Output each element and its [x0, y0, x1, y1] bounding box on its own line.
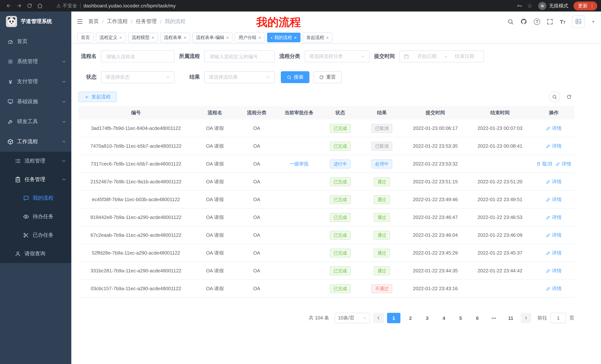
owner-process-input[interactable]: [209, 53, 270, 59]
close-icon[interactable]: ×: [151, 35, 154, 40]
tab-process-model[interactable]: 流程模型×: [128, 33, 158, 42]
avatar-caret-icon[interactable]: ▾: [592, 19, 594, 24]
result-select[interactable]: 请选择流结果: [204, 71, 275, 83]
date-range-picker[interactable]: 开始日期 - 结束日期: [399, 50, 484, 62]
status-label: 状态: [76, 74, 97, 80]
back-button[interactable]: [4, 1, 13, 10]
tab-process-form-edit[interactable]: 流程表单-编辑×: [192, 33, 233, 42]
goto-label: 前往: [538, 315, 547, 321]
next-page-button[interactable]: [521, 313, 531, 323]
user-avatar[interactable]: [572, 15, 585, 28]
page-button[interactable]: 6: [471, 313, 484, 323]
security-label[interactable]: 不安全: [63, 2, 77, 9]
prev-page-button[interactable]: [373, 313, 384, 323]
address-bar[interactable]: ⚠ 不安全 dashboard.yudao.iocoder.cn/bpm/tas…: [56, 2, 176, 9]
edit-icon: [546, 144, 551, 148]
more-pages-icon[interactable]: •••: [487, 313, 501, 323]
page-button[interactable]: 11: [504, 313, 517, 323]
page-button[interactable]: 5: [454, 313, 467, 323]
github-icon[interactable]: [521, 18, 527, 25]
sidebar-item-home[interactable]: 首页: [0, 31, 71, 52]
search-button[interactable]: 搜索: [281, 71, 310, 83]
close-icon[interactable]: ×: [326, 35, 329, 40]
home-button[interactable]: [35, 1, 45, 10]
browser-menu-icon[interactable]: ⋮: [590, 3, 595, 8]
sidebar-item-todo-tasks[interactable]: 待办任务: [0, 207, 71, 226]
gauge-icon: [7, 38, 13, 45]
sidebar-item-my-process[interactable]: 我的流程: [0, 189, 71, 207]
detail-link[interactable]: 详情: [546, 285, 562, 292]
reload-button[interactable]: [25, 1, 34, 10]
tab-home[interactable]: 首页: [77, 33, 94, 42]
sidebar-item-done-tasks[interactable]: 已办任务: [0, 226, 71, 245]
breadcrumb-task-mgmt[interactable]: 任务管理: [136, 18, 157, 25]
detail-link[interactable]: 详情: [546, 214, 562, 220]
close-icon[interactable]: ×: [183, 35, 186, 40]
page-button[interactable]: 3: [421, 313, 434, 323]
page-button[interactable]: 2: [404, 313, 417, 323]
table-row: 3ad174fb-7b9d-11ec-8404-acde48001122OA 请…: [78, 119, 574, 137]
status-badge: 已完成: [330, 195, 351, 204]
password-key-icon[interactable]: [514, 1, 524, 10]
sidebar-item-workflow[interactable]: 工作流程: [0, 132, 71, 152]
help-icon[interactable]: ?: [534, 18, 540, 25]
sidebar-item-task-mgmt[interactable]: 任务管理: [0, 170, 71, 189]
fullscreen-icon[interactable]: [547, 18, 553, 25]
status-select[interactable]: 请选择状态: [101, 71, 175, 83]
detail-link[interactable]: 详情: [546, 196, 562, 203]
result-badge: 通过: [374, 266, 390, 275]
sidebar-item-devtools[interactable]: 研发工具: [0, 112, 71, 132]
tab-process-form[interactable]: 流程表单×: [160, 33, 190, 42]
tab-start-process[interactable]: 发起流程×: [303, 33, 333, 42]
forward-button[interactable]: [14, 1, 24, 10]
tab-my-process[interactable]: ●我的流程×: [267, 33, 300, 42]
process-name-input[interactable]: [105, 53, 170, 59]
start-process-button[interactable]: 发起流程: [78, 92, 117, 102]
close-icon[interactable]: ×: [258, 35, 261, 40]
tab-user-group[interactable]: 用户分组×: [235, 33, 265, 42]
detail-link[interactable]: 详情: [556, 161, 571, 167]
goto-page-input[interactable]: [551, 313, 566, 323]
workflow-submenu: 流程管理 任务管理 我的流程 待办任务 已办任务 请假: [0, 152, 71, 263]
search-icon[interactable]: [507, 18, 514, 25]
url-text[interactable]: dashboard.yudao.iocoder.cn/bpm/task/my: [83, 3, 176, 9]
refresh-table-button[interactable]: [564, 92, 574, 102]
process-name-label: 流程名: [76, 53, 97, 60]
sidebar-item-payment[interactable]: ¥ 支付管理: [0, 72, 71, 92]
sidebar-item-system[interactable]: 系统管理: [0, 52, 71, 72]
detail-link[interactable]: 详情: [546, 178, 562, 185]
sidebar-item-leave-query[interactable]: 请假查询: [0, 245, 71, 263]
detail-link[interactable]: 详情: [546, 249, 562, 256]
sidebar-item-infra[interactable]: 基础设施: [0, 92, 71, 112]
cancel-link[interactable]: 取消: [536, 161, 552, 167]
category-select[interactable]: 请选择流程分类: [305, 50, 370, 62]
page-size-select[interactable]: 10条/页: [335, 313, 370, 323]
update-button[interactable]: 更新 ⋮: [573, 1, 597, 10]
yen-icon: ¥: [7, 79, 13, 84]
breadcrumb-home[interactable]: 首页: [88, 18, 99, 25]
detail-link[interactable]: 详情: [546, 143, 562, 149]
trash-icon: [536, 162, 541, 166]
detail-link[interactable]: 详情: [546, 267, 562, 274]
bookmark-star-icon[interactable]: ☆: [525, 1, 534, 10]
tab-process-definition[interactable]: 流程定义×: [96, 33, 126, 42]
page-button[interactable]: 1: [387, 313, 401, 323]
table-row: 331bc281-7b9a-11ec-a290-acde48001122OA 请…: [78, 262, 574, 280]
breadcrumb-workflow[interactable]: 工作流程: [107, 18, 128, 25]
main-content: 流程名 所属流程 流程分类 请选择流程分类 提交时间 开始日期 -: [71, 44, 601, 364]
close-icon[interactable]: ×: [226, 35, 229, 40]
detail-link[interactable]: 详情: [546, 125, 562, 132]
close-icon[interactable]: ×: [294, 35, 297, 40]
edit-icon: [546, 215, 551, 220]
reset-button[interactable]: 重置: [313, 71, 342, 83]
page-button[interactable]: 4: [437, 313, 451, 323]
sidebar-item-process-mgmt[interactable]: 流程管理: [0, 152, 71, 170]
font-size-icon[interactable]: TT: [560, 19, 566, 24]
toggle-search-button[interactable]: [549, 91, 560, 102]
close-icon[interactable]: ×: [119, 35, 122, 40]
detail-link[interactable]: 详情: [546, 232, 562, 238]
current-task-link[interactable]: 一级审批: [289, 161, 309, 167]
sidebar-fold-icon[interactable]: [77, 18, 83, 25]
incognito-label: 无痕模式: [549, 2, 568, 9]
eye-icon: [23, 214, 29, 220]
